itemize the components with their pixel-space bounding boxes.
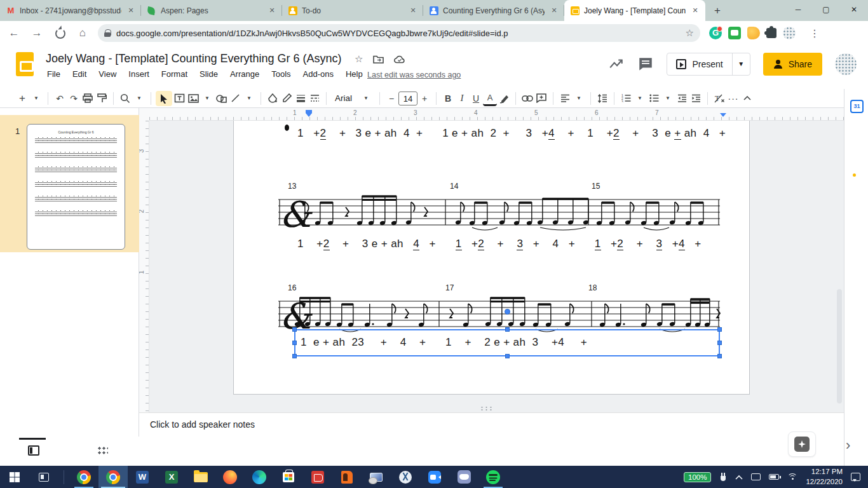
counting-line-1[interactable]: 1 +2 + 3 e + ah 4 + 1 e + ah 2 + 3 +4 + … — [297, 127, 726, 140]
slide-thumbnail[interactable]: Counting Everything Gr 6 — [27, 124, 125, 250]
taskbar-spotify[interactable] — [478, 466, 508, 488]
browser-profile-avatar[interactable] — [783, 27, 796, 39]
resize-handle-nw[interactable] — [292, 327, 297, 332]
text-box-button[interactable] — [172, 91, 186, 106]
underline-button[interactable]: U — [469, 91, 483, 106]
forward-icon[interactable]: → — [28, 24, 46, 42]
power-plug-icon[interactable] — [719, 473, 727, 482]
insert-image-button[interactable] — [186, 91, 200, 106]
resize-handle-s[interactable] — [505, 354, 510, 358]
menu-tools[interactable]: Tools — [271, 69, 290, 79]
numbered-list-button[interactable]: 123 — [619, 91, 633, 106]
selected-text-box[interactable]: 1 e + ah 23 + 4 + 1 + 2 e + ah 3 +4 + — [294, 329, 720, 356]
resize-handle-sw[interactable] — [292, 354, 297, 358]
move-folder-icon[interactable] — [373, 55, 384, 64]
paint-format-button[interactable] — [95, 91, 109, 106]
speaker-notes-panel[interactable]: Click to add speaker notes — [139, 413, 844, 466]
notes-divider-handle[interactable] — [480, 406, 492, 410]
menu-arrange[interactable]: Arrange — [230, 69, 259, 79]
taskbar-firefox[interactable] — [215, 466, 245, 488]
last-edit-link[interactable]: Last edit was seconds ago — [367, 71, 461, 79]
counting-line-2[interactable]: 1 +2 + 3 e + ah 4 + 1 +2 + 3 + 4 + 1 +2 … — [297, 238, 702, 250]
clear-formatting-button[interactable]: T — [712, 91, 726, 106]
cast-icon[interactable] — [751, 473, 761, 480]
new-slide-caret[interactable]: ▼ — [29, 91, 43, 106]
insert-link-button[interactable] — [520, 91, 534, 106]
menu-slide[interactable]: Slide — [200, 69, 218, 79]
speaker-notes-placeholder[interactable]: Click to add speaker notes — [150, 419, 255, 430]
slide-page[interactable]: 1 +2 + 3 e + ah 4 + 1 e + ah 2 + 3 +4 + … — [233, 121, 750, 395]
extension-icon[interactable] — [728, 27, 741, 39]
increase-indent-button[interactable] — [689, 91, 703, 106]
taskbar-store[interactable] — [274, 466, 303, 488]
new-slide-button[interactable]: + — [15, 91, 29, 106]
back-icon[interactable]: ← — [5, 24, 23, 42]
reload-icon[interactable] — [51, 24, 69, 42]
task-view-button[interactable] — [29, 466, 58, 488]
window-close-button[interactable]: ✕ — [840, 0, 868, 21]
menu-addons[interactable]: Add-ons — [303, 69, 334, 79]
fill-color-button[interactable] — [266, 91, 280, 106]
tab-gmail[interactable]: M Inbox - 2741jowang@bpsstude ✕ — [0, 0, 141, 21]
menu-edit[interactable]: Edit — [72, 69, 86, 79]
filmstrip-view-icon[interactable] — [28, 445, 39, 456]
google-calendar-icon[interactable]: 31 — [850, 100, 864, 113]
left-indent-marker[interactable] — [306, 113, 312, 120]
url-omnibox[interactable]: docs.google.com/presentation/d/1DZkJnAwj… — [98, 24, 700, 42]
redo-button[interactable]: ↷ — [67, 91, 81, 106]
slide-canvas[interactable]: 1 2 3 4 5 6 7 3 2 1 1 +2 + 3 e + ah 4 + … — [139, 108, 844, 412]
line-spacing-button[interactable] — [595, 91, 609, 106]
bookmark-star-icon[interactable]: ☆ — [686, 27, 694, 39]
bold-button[interactable]: B — [441, 91, 455, 106]
collapse-toolbar-button[interactable] — [740, 91, 754, 106]
share-button[interactable]: Share — [763, 53, 822, 76]
account-avatar[interactable] — [835, 53, 857, 75]
border-color-button[interactable] — [280, 91, 294, 106]
zoom-caret[interactable]: ▼ — [132, 91, 146, 106]
menu-insert[interactable]: Insert — [128, 69, 149, 79]
extension-icon[interactable] — [747, 27, 760, 39]
tab-slides-active[interactable]: Joely Wang - [Template] Count ✕ — [564, 0, 705, 21]
canvas-scrollbar[interactable] — [837, 289, 842, 403]
tab-classroom[interactable]: Counting Everything Gr 6 (Asy ✕ — [423, 0, 564, 21]
more-options-button[interactable]: ··· — [726, 91, 740, 106]
taskbar-snipping-tool[interactable] — [391, 466, 420, 488]
document-title[interactable]: Joely Wang - [Template] Counting Everyth… — [46, 52, 342, 65]
taskbar-excel[interactable]: X — [157, 466, 186, 488]
insert-shape-button[interactable] — [214, 91, 228, 106]
taskbar-file-explorer[interactable] — [186, 466, 215, 488]
border-weight-button[interactable] — [294, 91, 308, 106]
decrease-indent-button[interactable] — [675, 91, 689, 106]
activity-stats-icon[interactable] — [608, 56, 625, 72]
bulleted-list-caret[interactable]: ▼ — [661, 91, 675, 106]
tab-todo[interactable]: To-do ✕ — [282, 0, 423, 21]
taskbar-edge[interactable] — [245, 466, 274, 488]
font-size-increase-button[interactable]: + — [417, 91, 431, 106]
window-minimize-button[interactable]: ─ — [784, 0, 812, 21]
menu-help[interactable]: Help — [346, 69, 363, 79]
right-indent-marker[interactable] — [720, 113, 726, 120]
cloud-saved-icon[interactable] — [394, 55, 405, 64]
wifi-icon[interactable] — [787, 473, 797, 481]
new-tab-button[interactable]: + — [709, 3, 726, 19]
home-icon[interactable]: ⌂ — [74, 24, 92, 42]
start-button[interactable] — [0, 466, 29, 488]
taskbar-chrome-1[interactable] — [69, 466, 98, 488]
star-document-icon[interactable]: ☆ — [355, 53, 363, 65]
counting-line-3[interactable]: 1 e + ah 23 + 4 + 1 + 2 e + ah 3 +4 + — [301, 336, 587, 349]
tab-close-icon[interactable]: ✕ — [126, 6, 136, 16]
explore-button[interactable] — [788, 431, 816, 457]
horizontal-ruler[interactable]: 1 2 3 4 5 6 7 — [149, 108, 844, 121]
text-color-button[interactable]: A — [483, 91, 497, 106]
resize-handle-se[interactable] — [717, 354, 722, 358]
hide-side-panel-chevron[interactable]: › — [846, 437, 850, 454]
tab-close-icon[interactable]: ✕ — [408, 6, 418, 16]
border-dash-button[interactable] — [308, 91, 322, 106]
vertical-ruler[interactable]: 3 2 1 — [139, 121, 149, 412]
window-maximize-button[interactable]: ▢ — [812, 0, 840, 21]
taskbar-clock[interactable]: 12:17 PM 12/22/2020 — [806, 467, 843, 487]
resize-handle-e[interactable] — [717, 341, 722, 345]
insert-line-button[interactable] — [228, 91, 242, 106]
tab-close-icon[interactable]: ✕ — [549, 6, 559, 16]
grid-view-icon[interactable] — [97, 445, 108, 456]
